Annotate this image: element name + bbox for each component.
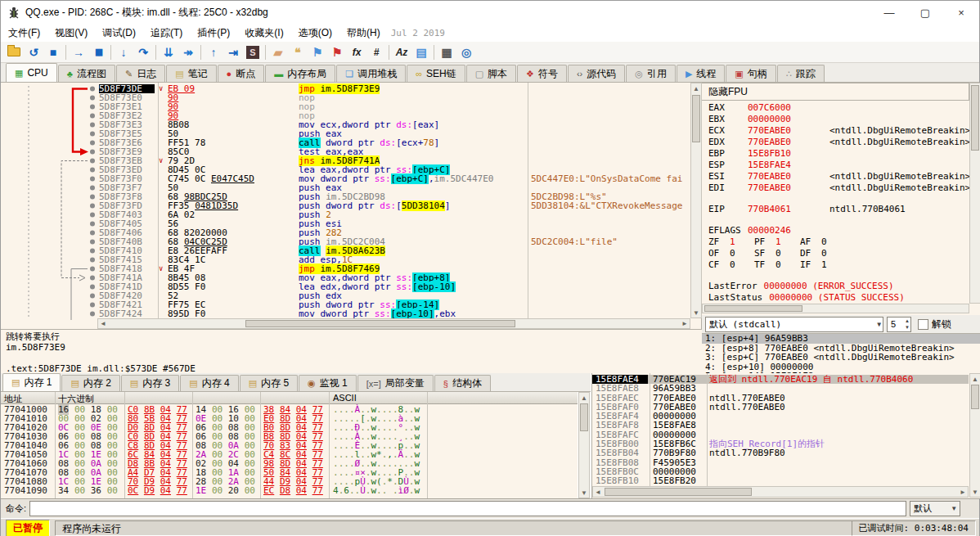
command-input[interactable] <box>29 501 906 516</box>
step-into-icon[interactable]: ↓ <box>114 44 133 61</box>
tab-notes[interactable]: ▤笔记 <box>166 65 216 82</box>
stop-icon[interactable]: ■ <box>43 44 63 61</box>
open-file-icon[interactable] <box>4 44 24 61</box>
argument-row[interactable]: 1: [esp+4] 96A59BB3 <box>702 334 980 344</box>
restart-icon[interactable]: ↺ <box>24 44 43 61</box>
stack-panel[interactable]: 15E8FAE4770EAC19返回到 ntdll.770EAC19 自 ntd… <box>591 373 980 498</box>
strings-icon[interactable]: Az <box>392 44 411 61</box>
tab-graph[interactable]: ♣流程图 <box>58 65 115 82</box>
tab-handles[interactable]: ▣句柄 <box>726 65 775 82</box>
memory-dump-panel[interactable]: 地址 十六进制 ASCII 7704100016 00 18 00 C0 8B … <box>1 392 578 498</box>
stack-row[interactable]: 15E8FB0C00000000 <box>592 467 969 476</box>
last-error-row[interactable]: LastStatus00000000 (STATUS_SUCCESS) <box>702 292 969 302</box>
label-icon[interactable]: ⚑ <box>308 44 327 61</box>
help-globe-icon[interactable]: ◎ <box>456 44 476 61</box>
comment-icon[interactable]: ❝ <box>288 44 308 61</box>
arguments-list[interactable]: 1: [esp+4] 96A59BB32: [esp+8] 770EABE0 <… <box>702 333 980 373</box>
close-button[interactable]: × <box>943 1 979 24</box>
tab-script[interactable]: ▢脚本 <box>466 65 516 82</box>
run-icon[interactable]: → <box>69 44 88 61</box>
scylla-icon[interactable]: S <box>243 44 263 61</box>
disasm-horizontal-scrollbar[interactable]: ◄ ► <box>97 318 690 329</box>
stack-horizontal-scrollbar[interactable]: ◄ ► <box>592 486 969 498</box>
tab-dump-4[interactable]: ▤内存 4 <box>180 375 238 391</box>
pause-icon[interactable]: ▮▮ <box>88 44 108 61</box>
run-to-user-code-icon[interactable]: ⇥ <box>223 44 243 61</box>
stack-row[interactable]: 15E8FB04770B9F80ntdll.770B9F80 <box>592 448 969 457</box>
stack-row[interactable]: 15E8FAE4770EAC19返回到 ntdll.770EAC19 自 ntd… <box>592 375 969 384</box>
trace-over-icon[interactable]: ↠ <box>178 44 198 61</box>
tab-struct[interactable]: §结构体 <box>434 375 491 391</box>
stack-row[interactable]: 15E8FB1015E8FB20 <box>592 476 969 485</box>
registers-list[interactable]: EAX007C6000EBX00000000ECX770EABE0<ntdll.… <box>702 102 969 302</box>
tab-dump-5[interactable]: ▤内存 5 <box>240 375 298 391</box>
stack-vertical-scrollbar[interactable]: ▲ ▼ <box>969 373 980 498</box>
register-row[interactable]: ECX770EABE0<ntdll.DbgUiRemoteBreakin> <box>702 125 969 137</box>
stack-row[interactable]: 15E8FAF400000000 <box>592 412 969 421</box>
disasm-vertical-scrollbar[interactable]: ▲ ▼ <box>690 83 702 318</box>
tab-dump-3[interactable]: ▤内存 3 <box>121 375 179 391</box>
tab-threads[interactable]: ▶线程 <box>677 65 725 82</box>
tab-seh-chain[interactable]: ∞SEH链 <box>407 65 465 82</box>
registers-horizontal-scrollbar[interactable] <box>702 304 969 313</box>
unlock-checkbox[interactable] <box>918 319 928 330</box>
menu-item[interactable]: 帮助(H) <box>339 25 388 42</box>
notes-device-icon[interactable]: ▤ <box>411 44 431 61</box>
menu-item[interactable]: 视图(V) <box>47 25 95 42</box>
menu-item[interactable]: 插件(P) <box>190 25 237 42</box>
tab-dump-1[interactable]: ▤内存 1 <box>2 373 61 391</box>
tab-log[interactable]: ✎日志 <box>116 65 165 82</box>
tab-call-stack[interactable]: ❏调用堆栈 <box>336 65 406 82</box>
register-row[interactable]: EDX770EABE0<ntdll.DbgUiRemoteBreakin> <box>702 137 969 148</box>
register-row[interactable]: EDI770EABE0<ntdll.DbgUiRemoteBreakin> <box>702 182 969 194</box>
menu-item[interactable]: 追踪(T) <box>143 25 190 42</box>
register-row[interactable]: ESP15E8FAE4 <box>702 160 969 171</box>
tab-breakpoints[interactable]: ●断点 <box>218 65 265 82</box>
argument-count-stepper[interactable]: 5 ▲▼ <box>887 317 911 332</box>
tab-source[interactable]: ‹›源代码 <box>568 65 625 82</box>
command-profile-select[interactable]: 默认 ▼ <box>910 501 960 516</box>
memory-row[interactable]: 7704109034 00 36 00 0C D9 04 77 1E 00 20… <box>1 486 578 495</box>
stepper-arrows-icon[interactable]: ▲▼ <box>905 318 910 331</box>
maximize-button[interactable]: ▢ <box>907 1 943 24</box>
register-row[interactable]: EBP15E8FB10 <box>702 148 969 160</box>
stack-row[interactable]: 15E8FB08F45905E3 <box>592 458 969 467</box>
tab-references[interactable]: ◎引用 <box>626 65 676 82</box>
register-row[interactable]: EFLAGS00000246 <box>702 225 969 236</box>
menu-item[interactable]: 选项(O) <box>291 25 339 42</box>
title-bar[interactable]: QQ.exe - PID: 268C - 模块: im.dll - 线程: 25… <box>1 1 979 24</box>
tab-trace[interactable]: ∴跟踪 <box>777 65 825 82</box>
disassembly-panel[interactable]: 5D8F73DE∨EB 09jmp im.5D8F73E95D8F73E090n… <box>1 83 702 373</box>
memory-dump-rows[interactable]: 7704100016 00 18 00 C0 8B 04 77 14 00 16… <box>1 405 578 495</box>
patches-icon[interactable]: ▰ <box>268 44 288 61</box>
disassembly-rows[interactable]: 5D8F73DE∨EB 09jmp im.5D8F73E95D8F73E090n… <box>1 84 701 318</box>
register-row[interactable]: EAX007C6000 <box>702 102 969 114</box>
tab-memory-map[interactable]: ▬内存布局 <box>265 65 335 82</box>
registers-vertical-scrollbar[interactable] <box>969 83 980 304</box>
flags-row[interactable]: ZF 1PF 1AF 0 <box>702 236 969 248</box>
tab-watch-1[interactable]: ◉监视 1 <box>299 375 357 391</box>
tab-dump-2[interactable]: ▤内存 2 <box>61 375 119 391</box>
trace-into-icon[interactable]: ⇊ <box>159 44 178 61</box>
memory-vertical-scrollbar[interactable]: ▲ ▼ <box>578 392 590 498</box>
stack-row[interactable]: 15E8FAE896A59BB3 <box>592 384 969 393</box>
tab-cpu[interactable]: ▦CPU <box>6 63 57 82</box>
register-row[interactable]: EBX00000000 <box>702 114 969 125</box>
bookmark-icon[interactable]: ⚑ <box>327 44 347 61</box>
tab-symbols[interactable]: ❖符号 <box>517 65 567 82</box>
tab-locals[interactable]: [x=]局部变量 <box>357 375 434 391</box>
last-error-row[interactable]: LastError00000000 (ERROR_SUCCESS) <box>702 281 969 292</box>
stack-row[interactable]: 15E8FAF0770EABE0ntdll.770EABE0 <box>592 403 969 412</box>
menu-item[interactable]: 文件(F) <box>1 25 47 42</box>
stack-row[interactable]: 15E8FAF815E8FAE8 <box>592 421 969 430</box>
register-row[interactable]: EIP770B4061ntdll.770B4061 <box>702 204 969 215</box>
calculator-icon[interactable]: ▦ <box>437 44 456 61</box>
menu-item[interactable]: 收藏夹(I) <box>237 25 290 42</box>
minimize-button[interactable]: — <box>871 1 907 24</box>
register-row[interactable]: ESI770EABE0<ntdll.DbgUiRemoteBreakin> <box>702 171 969 182</box>
step-over-icon[interactable]: ↷ <box>133 44 153 61</box>
execute-till-return-icon[interactable]: ↑ <box>204 44 223 61</box>
disasm-row[interactable]: 5D8F7424895D F0mov dword ptr ss:[ebp-10]… <box>1 309 701 318</box>
stack-rows[interactable]: 15E8FAE4770EAC19返回到 ntdll.770EAC19 自 ntd… <box>592 375 969 486</box>
hide-fpu-button[interactable]: 隐藏FPU <box>702 83 969 101</box>
